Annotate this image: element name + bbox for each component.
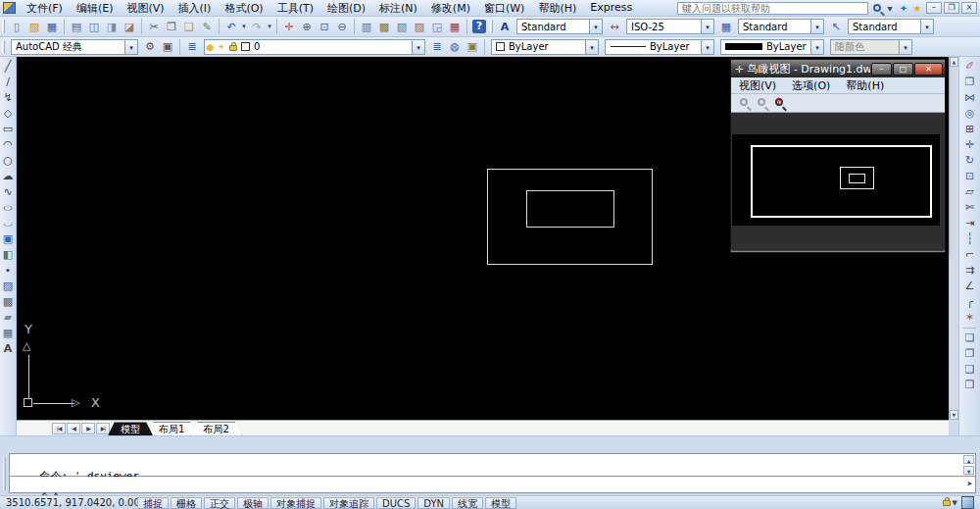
mirror-icon[interactable]: ⋈	[962, 90, 978, 106]
mleader-style-combo[interactable]: Standard	[848, 19, 934, 34]
command-scroll-up-icon[interactable]: ▲	[963, 455, 974, 464]
ellipse-arc-icon[interactable]: ◡	[0, 219, 16, 229]
menu-file[interactable]: 文件(F)	[20, 1, 70, 16]
lock-dropdown-icon[interactable]: ▼	[953, 499, 957, 507]
menu-view[interactable]: 视图(V)	[120, 1, 171, 16]
layer-freeze-icon[interactable]: ☀	[216, 42, 226, 52]
insert-block-icon[interactable]: ▣	[0, 231, 16, 247]
command-expand-icon[interactable]: ▶	[968, 480, 972, 487]
offset-icon[interactable]: ◎	[962, 106, 978, 122]
dim-style-combo[interactable]: ISO-25	[626, 19, 714, 34]
text-style-icon[interactable]: A	[496, 19, 514, 35]
polar-toggle[interactable]: 极轴	[237, 497, 269, 509]
pan-icon[interactable]: ✛	[280, 19, 298, 35]
copy-object-icon[interactable]: ❐	[962, 75, 978, 90]
menu-tools[interactable]: 工具(T)	[270, 1, 320, 16]
command-history[interactable]: 命令: '_dsviewer ▲ ▼	[9, 453, 976, 477]
tab-nav-first[interactable]: |◀	[52, 423, 66, 434]
layer-combo[interactable]: ● ☀ 0	[204, 39, 425, 55]
plot-preview-icon[interactable]: ◫	[85, 19, 103, 35]
stretch-icon[interactable]: ▱	[962, 184, 978, 200]
menu-help[interactable]: 帮助(H)	[531, 1, 583, 16]
aerial-title-bar[interactable]: ✛ 鸟瞰视图 - Drawing1.dwg – □ ✕	[731, 60, 945, 77]
tab-model[interactable]: 模型	[108, 422, 153, 435]
menu-modify[interactable]: 修改(M)	[424, 1, 477, 16]
publish-icon[interactable]: ◨	[103, 19, 121, 35]
plot-icon[interactable]: ▤	[68, 19, 85, 35]
menu-window[interactable]: 窗口(W)	[477, 1, 531, 16]
linetype-combo[interactable]: ByLayer	[605, 39, 714, 55]
save-icon[interactable]: ▦	[43, 19, 61, 35]
lineweight-combo[interactable]: ByLayer	[720, 39, 824, 55]
command-input[interactable]: 命令: ▶	[9, 477, 976, 493]
ellipse-icon[interactable]: ○	[0, 203, 16, 213]
menu-format[interactable]: 格式(O)	[218, 1, 270, 16]
table-style-combo[interactable]: Standard	[738, 19, 824, 34]
construction-line-icon[interactable]: ∕	[0, 75, 16, 90]
aerial-close-button[interactable]: ✕	[914, 63, 943, 76]
circle-icon[interactable]: ○	[0, 153, 16, 169]
command-window-grip[interactable]	[3, 457, 6, 490]
sheet-set-manager-icon[interactable]: ▨	[411, 19, 428, 35]
color-dropdown-icon[interactable]	[585, 40, 598, 54]
hatch-icon[interactable]: ▨	[0, 279, 16, 294]
restore-button[interactable]: ❐	[944, 2, 959, 14]
search-icon[interactable]	[873, 4, 881, 12]
quickcalc-icon[interactable]: ▦	[446, 19, 464, 35]
cut-icon[interactable]: ✂	[145, 19, 163, 35]
aerial-menu-options[interactable]: 选项(O)	[784, 78, 838, 93]
join-icon[interactable]: ⇉	[962, 263, 978, 279]
explode-icon[interactable]: ✶	[962, 310, 978, 326]
arc-icon[interactable]: ◠	[0, 137, 16, 153]
dyn-toggle[interactable]: DYN	[417, 497, 450, 509]
workspace-dropdown-icon[interactable]	[124, 40, 137, 54]
command-scroll-down-icon[interactable]: ▼	[963, 466, 974, 475]
markup-set-manager-icon[interactable]: ◲	[428, 19, 446, 35]
qnew-icon[interactable]: ▯	[8, 19, 25, 35]
workspace-settings-icon[interactable]: ⚙	[141, 38, 159, 55]
line-icon[interactable]: ╱	[0, 59, 16, 75]
menu-edit[interactable]: 编辑(E)	[70, 1, 121, 16]
color-combo[interactable]: ByLayer	[491, 39, 599, 55]
break-icon[interactable]: ⌐	[962, 247, 978, 263]
aerial-minimize-button[interactable]: –	[871, 63, 892, 76]
workspace-combo[interactable]: AutoCAD 经典	[11, 39, 138, 55]
undo-dropdown-icon[interactable]: ▾	[240, 19, 248, 35]
zoom-window-icon[interactable]: ⊡	[316, 19, 333, 35]
my-workspace-icon[interactable]: ▣	[159, 38, 176, 55]
clean-screen-button[interactable]	[961, 496, 974, 509]
move-icon[interactable]: ✛	[962, 137, 978, 153]
mleader-style-dropdown-icon[interactable]	[920, 20, 933, 33]
table-style-dropdown-icon[interactable]	[810, 20, 823, 33]
rotate-icon[interactable]: ↻	[962, 153, 978, 169]
send-to-back-icon[interactable]: ❐	[962, 346, 978, 362]
menu-draw[interactable]: 绘图(D)	[320, 1, 372, 16]
gradient-icon[interactable]: ▩	[0, 294, 16, 310]
undo-icon[interactable]: ↶	[222, 19, 240, 35]
menu-dimension[interactable]: 标注(N)	[372, 1, 424, 16]
trim-icon[interactable]: ✄	[962, 200, 978, 216]
layer-color-swatch[interactable]	[241, 42, 250, 51]
region-icon[interactable]: ▰	[0, 310, 16, 326]
scroll-down-icon[interactable]: ▼	[950, 410, 958, 420]
paste-icon[interactable]: ❑	[180, 19, 198, 35]
chamfer-icon[interactable]: ∠	[962, 279, 978, 294]
toolbar-grip[interactable]	[490, 20, 493, 33]
zoom-previous-icon[interactable]: ⊖	[333, 19, 351, 35]
revcloud-icon[interactable]: ☁	[0, 169, 16, 184]
lwt-toggle[interactable]: 线宽	[452, 497, 483, 509]
aerial-maximize-button[interactable]: □	[893, 63, 913, 76]
lock-toolbars-icon[interactable]	[943, 500, 951, 506]
aerial-zoom-out-icon[interactable]	[758, 98, 765, 106]
dim-style-dropdown-icon[interactable]	[701, 20, 713, 33]
redo-dropdown-icon[interactable]: ▾	[266, 19, 273, 35]
tab-layout1[interactable]: 布局1	[146, 422, 197, 435]
bring-to-front-icon[interactable]: ❏	[962, 331, 978, 346]
make-block-icon[interactable]: ◧	[0, 247, 16, 263]
bring-above-objects-icon[interactable]: ❑	[962, 362, 978, 378]
layer-previous-icon[interactable]: ◍	[446, 38, 464, 55]
search-input[interactable]	[677, 2, 868, 15]
aerial-menu-help[interactable]: 帮助(H)	[838, 78, 892, 93]
break-at-point-icon[interactable]: ┆	[962, 231, 978, 247]
redo-icon[interactable]: ↷	[248, 19, 266, 35]
